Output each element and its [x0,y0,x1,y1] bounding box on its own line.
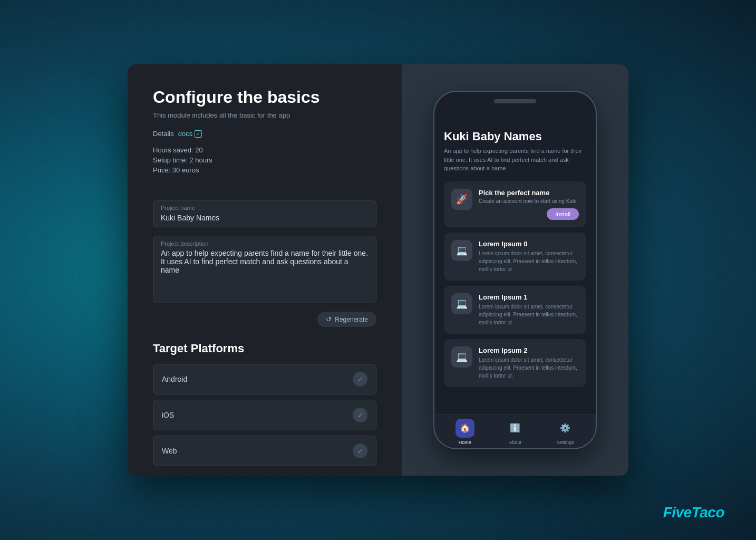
lorem-icon-2: 💻 [451,346,472,368]
hero-card-title: Pick the perfect name [479,189,579,197]
project-desc-textarea[interactable]: An app to help expecting parents find a … [161,249,369,296]
laptop-icon-0: 💻 [456,245,468,256]
lorem-card-0: 💻 Lorem Ipsum 0 Lorem ipsum dolor sit am… [444,233,586,281]
settings-icon: ⚙️ [560,423,570,433]
page-subtitle: This module includes all the basic for t… [153,111,376,119]
ios-check: ✓ [353,408,367,422]
project-desc-wrapper: Project description An app to help expec… [153,236,376,303]
fivetaco-branding: FiveTaco [663,504,724,521]
phone-notch [494,99,536,103]
home-icon: 🏠 [460,423,470,433]
nav-home-label: Home [459,440,471,445]
lorem-card-body-1: Lorem Ipsum 1 Lorem ipsum dolor sit amet… [479,293,579,326]
price: Price: 30 euros [153,166,376,174]
left-panel: Configure the basics This module include… [128,64,402,476]
lorem-card-body-0: Lorem Ipsum 0 Lorem ipsum dolor sit amet… [479,240,579,273]
about-icon-bg: ℹ️ [506,419,525,438]
android-check: ✓ [353,372,367,387]
lorem-card-title-2: Lorem Ipsum 2 [479,346,579,354]
platform-item-web[interactable]: Web ✓ [153,436,376,466]
setup-time: Setup time: 2 hours [153,156,376,164]
hero-card-subtitle: Create an account now to start using Kuk… [479,198,579,204]
hours-saved: Hours saved: 20 [153,146,376,154]
regenerate-label: Regenerate [335,316,368,323]
page-heading: Configure the basics [153,88,376,107]
platform-name-web: Web [162,447,177,455]
target-platforms-title: Target Platforms [153,342,376,355]
project-desc-label: Project description [161,240,369,247]
platform-list: Android ✓ iOS ✓ Web ✓ [153,364,376,466]
hero-card-body: Pick the perfect name Create an account … [479,189,579,220]
lorem-icon-0: 💻 [451,240,472,261]
details-row: Details docs ✓ [153,130,376,138]
divider [153,187,376,187]
home-icon-bg: 🏠 [455,419,474,438]
lorem-card-text-0: Lorem ipsum dolor sit amet, consectetur … [479,249,579,273]
lorem-card-2: 💻 Lorem Ipsum 2 Lorem ipsum dolor sit am… [444,339,586,387]
platform-name-android: Android [162,375,187,383]
project-name-wrapper: Project name [153,200,376,227]
lorem-card-title-0: Lorem Ipsum 0 [479,240,579,248]
phone-screen: Kuki Baby Names An app to help expecting… [434,92,596,448]
project-name-label: Project name [161,205,369,211]
project-name-group: Project name [153,200,376,227]
right-panel: Kuki Baby Names An app to help expecting… [402,64,628,476]
phone-bottom-nav: 🏠 Home ℹ️ About ⚙️ Setting [434,414,596,448]
regenerate-icon: ↺ [326,315,332,323]
project-name-input[interactable] [161,214,369,222]
settings-icon-bg: ⚙️ [556,419,575,438]
nav-home[interactable]: 🏠 Home [455,419,474,445]
nav-about[interactable]: ℹ️ About [506,419,525,445]
laptop-icon-2: 💻 [456,351,468,363]
app-header-title: Kuki Baby Names [444,130,586,143]
rocket-icon: 🚀 [456,194,468,205]
details-label: Details [153,130,174,138]
app-header-desc: An app to help expecting parents find a … [444,147,586,173]
info-list: Hours saved: 20 Setup time: 2 hours Pric… [153,146,376,174]
install-button[interactable]: Install [547,208,579,220]
web-check: ✓ [353,443,367,458]
lorem-card-1: 💻 Lorem Ipsum 1 Lorem ipsum dolor sit am… [444,286,586,334]
about-icon: ℹ️ [510,423,520,433]
platform-item-android[interactable]: Android ✓ [153,364,376,394]
lorem-card-text-2: Lorem ipsum dolor sit amet, consectetur … [479,356,579,380]
hero-card: 🚀 Pick the perfect name Create an accoun… [444,181,586,227]
nav-settings-label: Settings [557,440,574,445]
lorem-icon-1: 💻 [451,293,472,314]
platform-item-ios[interactable]: iOS ✓ [153,400,376,430]
external-link-icon: ✓ [195,130,202,138]
phone-mockup: Kuki Baby Names An app to help expecting… [433,91,597,449]
regenerate-row: ↺ Regenerate [153,312,376,327]
regenerate-button[interactable]: ↺ Regenerate [317,312,376,327]
phone-content: Kuki Baby Names An app to help expecting… [434,103,596,448]
docs-link[interactable]: docs ✓ [178,130,202,138]
lorem-card-title-1: Lorem Ipsum 1 [479,293,579,301]
laptop-icon-1: 💻 [456,298,468,310]
nav-settings[interactable]: ⚙️ Settings [556,419,575,445]
lorem-card-body-2: Lorem Ipsum 2 Lorem ipsum dolor sit amet… [479,346,579,380]
nav-about-label: About [509,440,521,445]
platform-name-ios: iOS [162,411,174,419]
project-desc-group: Project description An app to help expec… [153,236,376,303]
main-card: Configure the basics This module include… [128,64,628,476]
docs-link-text: docs [178,130,192,138]
lorem-card-text-1: Lorem ipsum dolor sit amet, consectetur … [479,303,579,326]
hero-card-icon: 🚀 [451,189,472,210]
